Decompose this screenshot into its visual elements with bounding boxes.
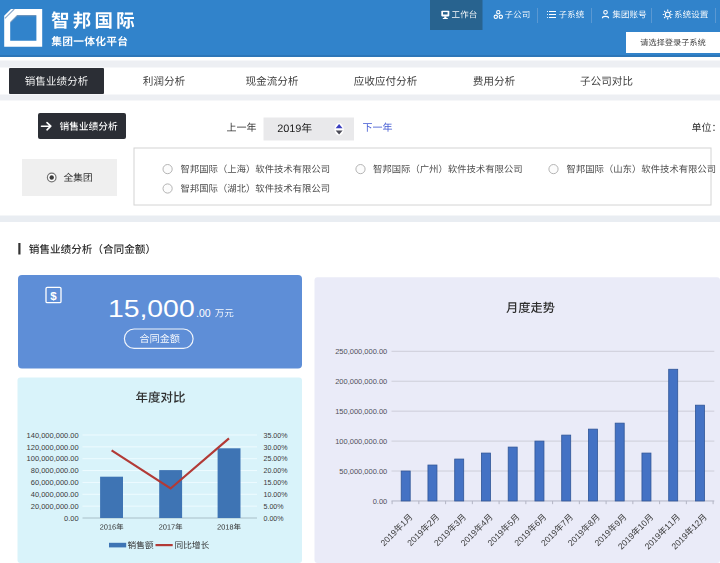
svg-text:$: $ [50, 290, 57, 302]
svg-text:35.00%: 35.00% [264, 432, 289, 440]
svg-text:25.00%: 25.00% [264, 455, 289, 463]
svg-text:100,000,000.00: 100,000,000.00 [335, 437, 387, 446]
svg-text:30.00%: 30.00% [264, 444, 289, 452]
svg-text:15.00%: 15.00% [264, 479, 289, 487]
svg-text:.00: .00 [196, 307, 211, 319]
svg-text:15,000: 15,000 [108, 296, 195, 322]
svg-text:120,000,000.00: 120,000,000.00 [27, 443, 79, 452]
svg-text:200,000,000.00: 200,000,000.00 [335, 377, 387, 386]
svg-text:10.00%: 10.00% [264, 491, 289, 499]
svg-text:250,000,000.00: 250,000,000.00 [335, 347, 387, 356]
svg-text:100,000,000.00: 100,000,000.00 [27, 454, 79, 463]
svg-text:80,000,000.00: 80,000,000.00 [31, 466, 79, 475]
svg-text:60,000,000.00: 60,000,000.00 [31, 478, 79, 487]
svg-text:50,000,000.00: 50,000,000.00 [339, 467, 387, 476]
svg-text:0.00: 0.00 [373, 497, 388, 506]
svg-text:140,000,000.00: 140,000,000.00 [27, 431, 79, 440]
svg-text:0.00: 0.00 [64, 514, 79, 523]
svg-text:150,000,000.00: 150,000,000.00 [335, 407, 387, 416]
svg-text:0.00%: 0.00% [264, 515, 285, 523]
svg-text:20,000,000.00: 20,000,000.00 [31, 502, 79, 511]
svg-text:40,000,000.00: 40,000,000.00 [31, 490, 79, 499]
svg-text:20.00%: 20.00% [264, 467, 289, 475]
svg-text:5.00%: 5.00% [264, 503, 285, 511]
